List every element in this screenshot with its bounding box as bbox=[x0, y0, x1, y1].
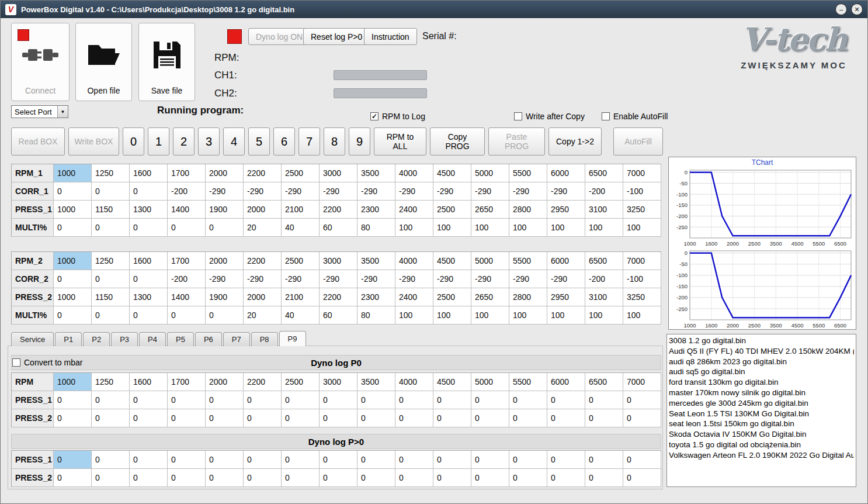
table-cell[interactable]: 0 bbox=[282, 451, 320, 469]
table-cell[interactable]: 0 bbox=[623, 409, 661, 427]
table-cell[interactable]: 0 bbox=[92, 391, 130, 409]
table-cell[interactable]: 80 bbox=[357, 306, 395, 325]
table-cell[interactable]: 6500 bbox=[585, 373, 623, 391]
read-box-button[interactable]: Read BOX bbox=[11, 127, 65, 156]
table-cell[interactable]: -290 bbox=[547, 182, 585, 201]
table-cell[interactable]: 0 bbox=[54, 391, 92, 409]
table-cell[interactable]: 5000 bbox=[471, 164, 509, 182]
table-cell[interactable]: 0 bbox=[206, 391, 244, 409]
table-cell[interactable]: 5500 bbox=[509, 252, 547, 270]
connect-button[interactable]: Connect bbox=[11, 23, 70, 101]
table-cell[interactable]: -200 bbox=[585, 182, 623, 201]
table-cell[interactable]: 0 bbox=[433, 469, 471, 487]
tab-p6[interactable]: P6 bbox=[195, 332, 222, 346]
file-item[interactable]: master 170km nowy silnik go digital.bin bbox=[669, 388, 854, 398]
table-cell[interactable]: 100 bbox=[623, 219, 661, 237]
table-cell[interactable]: 0 bbox=[244, 469, 282, 487]
table-cell[interactable]: 0 bbox=[244, 391, 282, 409]
table-cell[interactable]: 2300 bbox=[357, 288, 395, 306]
table-cell[interactable]: 1250 bbox=[92, 373, 130, 391]
table-cell[interactable]: 0 bbox=[54, 451, 92, 469]
table-cell[interactable]: 0 bbox=[92, 469, 130, 487]
tab-p7[interactable]: P7 bbox=[223, 332, 250, 346]
table-cell[interactable]: 2950 bbox=[547, 288, 585, 306]
table-cell[interactable]: 0 bbox=[395, 409, 433, 427]
table-cell[interactable]: 0 bbox=[471, 391, 509, 409]
tab-p5[interactable]: P5 bbox=[167, 332, 194, 346]
table-cell[interactable]: 20 bbox=[244, 306, 282, 325]
table-cell[interactable]: 2400 bbox=[395, 201, 433, 219]
table-cell[interactable]: 2200 bbox=[244, 252, 282, 270]
write-after-copy-checkbox[interactable]: Write after Copy bbox=[514, 112, 585, 121]
table-cell[interactable]: 0 bbox=[357, 409, 395, 427]
copy-prog-button[interactable]: Copy PROG bbox=[430, 127, 485, 156]
table-cell[interactable]: 100 bbox=[509, 306, 547, 325]
table-cell[interactable]: 2800 bbox=[509, 288, 547, 306]
table-cell[interactable]: 100 bbox=[547, 306, 585, 325]
table-cell[interactable]: 1000 bbox=[54, 373, 92, 391]
tab-service[interactable]: Service bbox=[11, 332, 54, 346]
table-cell[interactable]: 100 bbox=[471, 219, 509, 237]
table-cell[interactable]: 3100 bbox=[585, 288, 623, 306]
file-item[interactable]: Seat Leon 1.5 TSI 130KM Go Digital.bin bbox=[669, 409, 854, 419]
table-cell[interactable]: 100 bbox=[433, 306, 471, 325]
digit-3-button[interactable]: 3 bbox=[198, 127, 220, 156]
table-cell[interactable]: 0 bbox=[623, 391, 661, 409]
file-item[interactable]: Skoda Octavia IV 150KM Go Digital.bin bbox=[669, 429, 854, 440]
table-cell[interactable]: 2500 bbox=[282, 373, 320, 391]
table-cell[interactable]: -290 bbox=[282, 182, 320, 201]
table-cell[interactable]: 0 bbox=[206, 469, 244, 487]
table-cell[interactable]: 4500 bbox=[433, 164, 471, 182]
table-cell[interactable]: 0 bbox=[585, 391, 623, 409]
table-cell[interactable]: 6500 bbox=[585, 252, 623, 270]
table-cell[interactable]: 2300 bbox=[357, 201, 395, 219]
tab-p3[interactable]: P3 bbox=[111, 332, 138, 346]
table-cell[interactable]: 0 bbox=[130, 182, 168, 201]
table-cell[interactable]: 0 bbox=[433, 409, 471, 427]
digit-4-button[interactable]: 4 bbox=[223, 127, 245, 156]
table-cell[interactable]: 2000 bbox=[244, 201, 282, 219]
convert-to-mbar-checkbox[interactable]: Convert to mbar bbox=[12, 358, 82, 367]
table-cell[interactable]: 0 bbox=[282, 469, 320, 487]
table-cell[interactable]: 0 bbox=[130, 270, 168, 288]
table-cell[interactable]: 0 bbox=[585, 451, 623, 469]
table-cell[interactable]: 7000 bbox=[623, 164, 661, 182]
table-cell[interactable]: -290 bbox=[509, 182, 547, 201]
copy-1-to-2-button[interactable]: Copy 1->2 bbox=[548, 127, 602, 156]
table-cell[interactable]: 100 bbox=[623, 306, 661, 325]
table-cell[interactable]: -290 bbox=[395, 182, 433, 201]
rpm-to-all-button[interactable]: RPM to ALL bbox=[374, 127, 426, 156]
table-cell[interactable]: -290 bbox=[244, 182, 282, 201]
table-cell[interactable]: 3250 bbox=[623, 201, 661, 219]
table-cell[interactable]: 0 bbox=[320, 451, 357, 469]
table-cell[interactable]: 0 bbox=[585, 409, 623, 427]
table-cell[interactable]: -200 bbox=[168, 270, 206, 288]
table-cell[interactable]: -100 bbox=[623, 270, 661, 288]
table-cell[interactable]: 0 bbox=[471, 409, 509, 427]
table-cell[interactable]: 1150 bbox=[92, 201, 130, 219]
enable-autofill-checkbox[interactable]: Enable AutoFill bbox=[602, 112, 668, 121]
table-cell[interactable]: 1700 bbox=[168, 164, 206, 182]
table-cell[interactable]: 0 bbox=[54, 219, 92, 237]
table-cell[interactable]: 0 bbox=[395, 469, 433, 487]
table-cell[interactable]: 3000 bbox=[320, 252, 357, 270]
table-cell[interactable]: 4500 bbox=[433, 252, 471, 270]
table-cell[interactable]: 4000 bbox=[395, 373, 433, 391]
table-cell[interactable]: 0 bbox=[509, 451, 547, 469]
table-cell[interactable]: 0 bbox=[130, 219, 168, 237]
table-cell[interactable]: 0 bbox=[357, 469, 395, 487]
table-cell[interactable]: 1400 bbox=[168, 288, 206, 306]
table-cell[interactable]: -290 bbox=[471, 182, 509, 201]
digit-8-button[interactable]: 8 bbox=[324, 127, 345, 156]
table-cell[interactable]: 2100 bbox=[282, 201, 320, 219]
file-item[interactable]: 3008 1.2 go digital.bin bbox=[669, 336, 854, 346]
table-cell[interactable]: -290 bbox=[320, 270, 357, 288]
file-item[interactable]: mercedes gle 300d 245km go digital.bin bbox=[669, 398, 854, 409]
table-cell[interactable]: 100 bbox=[585, 219, 623, 237]
table-cell[interactable]: 1250 bbox=[92, 252, 130, 270]
table-cell[interactable]: 0 bbox=[547, 451, 585, 469]
table-cell[interactable]: 0 bbox=[357, 391, 395, 409]
table-cell[interactable]: 5000 bbox=[471, 252, 509, 270]
file-item[interactable]: toyota 1.5 go digital od obciążenia.bin bbox=[669, 440, 854, 450]
table-cell[interactable]: 5000 bbox=[471, 373, 509, 391]
